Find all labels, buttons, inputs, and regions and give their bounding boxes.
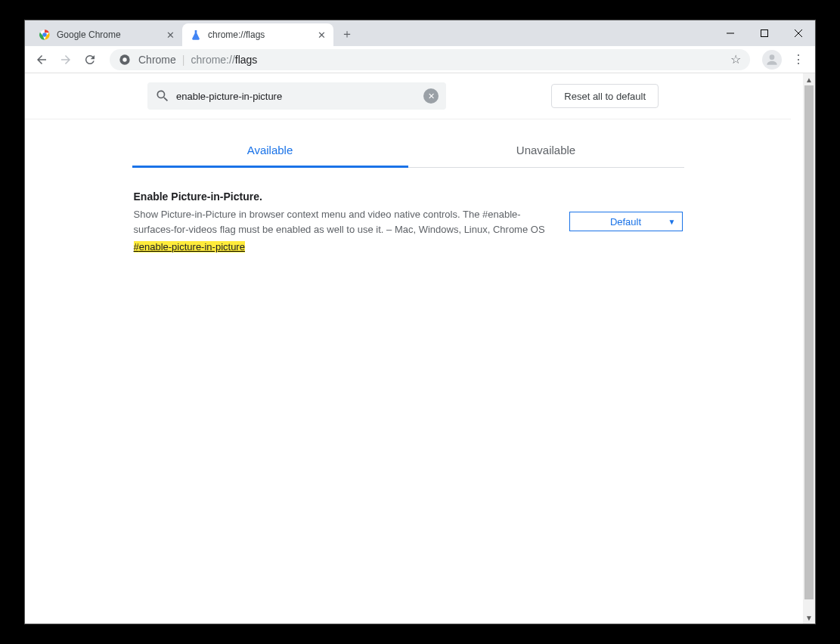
url-scheme: chrome:// bbox=[191, 54, 234, 66]
close-icon[interactable]: ✕ bbox=[164, 29, 176, 41]
chrome-icon bbox=[39, 29, 51, 41]
url-page: flags bbox=[235, 54, 258, 66]
tab-google-chrome[interactable]: Google Chrome ✕ bbox=[31, 23, 182, 46]
svg-point-8 bbox=[770, 54, 775, 60]
tab-title: chrome://flags bbox=[208, 29, 315, 40]
close-window-button[interactable] bbox=[781, 20, 815, 46]
select-value: Default bbox=[610, 216, 641, 228]
close-icon[interactable]: ✕ bbox=[315, 29, 327, 41]
flags-body: Available Unavailable Enable Picture-in-… bbox=[132, 119, 684, 253]
flags-tabs: Available Unavailable bbox=[132, 135, 684, 168]
profile-avatar[interactable] bbox=[762, 50, 782, 70]
forward-button[interactable] bbox=[55, 49, 76, 70]
scroll-up-arrow[interactable]: ▲ bbox=[803, 73, 815, 85]
search-icon bbox=[155, 88, 170, 104]
page-content: ✕ Reset all to default Available Unavail… bbox=[25, 73, 815, 624]
svg-point-1 bbox=[42, 33, 47, 37]
tab-unavailable[interactable]: Unavailable bbox=[408, 135, 684, 167]
tab-title: Google Chrome bbox=[57, 29, 164, 40]
experiment-info: Enable Picture-in-Picture. Show Picture-… bbox=[134, 190, 551, 253]
svg-point-7 bbox=[122, 57, 126, 61]
new-tab-button[interactable]: ＋ bbox=[336, 23, 358, 45]
experiment-select[interactable]: Default ▼ bbox=[569, 212, 683, 231]
flags-search[interactable]: ✕ bbox=[147, 82, 446, 110]
scrollbar-thumb[interactable] bbox=[804, 85, 814, 599]
browser-window: Google Chrome ✕ chrome://flags ✕ ＋ bbox=[24, 20, 816, 624]
kebab-menu-icon[interactable]: ⋮ bbox=[788, 49, 809, 70]
experiment-permalink[interactable]: #enable-picture-in-picture bbox=[134, 241, 245, 252]
svg-rect-3 bbox=[761, 30, 767, 37]
url-origin-label: Chrome bbox=[138, 54, 176, 66]
experiment-description: Show Picture-in-Picture in browser conte… bbox=[134, 207, 551, 237]
scroll-down-arrow[interactable]: ▼ bbox=[803, 611, 815, 624]
scrollbar[interactable]: ▲ ▼ bbox=[803, 73, 815, 624]
window-controls bbox=[713, 20, 815, 46]
titlebar: Google Chrome ✕ chrome://flags ✕ ＋ bbox=[25, 20, 815, 46]
toolbar: Chrome | chrome://flags ☆ ⋮ bbox=[25, 46, 815, 73]
tab-available[interactable]: Available bbox=[132, 135, 408, 167]
clear-search-icon[interactable]: ✕ bbox=[423, 88, 439, 104]
experiment-title: Enable Picture-in-Picture. bbox=[134, 190, 551, 203]
experiment-control: Default ▼ bbox=[569, 190, 683, 253]
reload-button[interactable] bbox=[79, 49, 101, 70]
tab-chrome-flags[interactable]: chrome://flags ✕ bbox=[182, 23, 333, 46]
tabs-area: Google Chrome ✕ chrome://flags ✕ ＋ bbox=[25, 20, 815, 46]
reset-all-button[interactable]: Reset all to default bbox=[551, 84, 659, 108]
flags-header: ✕ Reset all to default bbox=[25, 73, 791, 119]
chevron-down-icon: ▼ bbox=[668, 218, 676, 226]
minimize-button[interactable] bbox=[713, 20, 747, 46]
chrome-security-icon bbox=[119, 54, 131, 66]
maximize-button[interactable] bbox=[747, 20, 781, 46]
experiment-row: Enable Picture-in-Picture. Show Picture-… bbox=[132, 190, 684, 253]
flask-icon bbox=[190, 29, 202, 41]
bookmark-star-icon[interactable]: ☆ bbox=[730, 52, 741, 67]
back-button[interactable] bbox=[31, 49, 52, 70]
url-separator: | bbox=[182, 54, 185, 66]
address-bar[interactable]: Chrome | chrome://flags ☆ bbox=[110, 49, 750, 70]
flags-search-input[interactable] bbox=[176, 91, 423, 102]
